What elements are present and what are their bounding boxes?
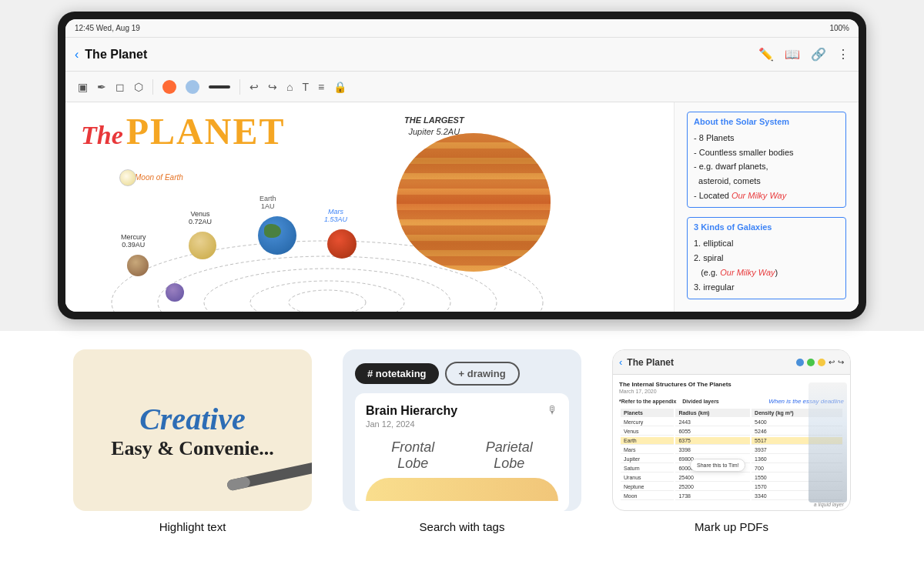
mercury-label: Mercury0.39AU: [121, 233, 146, 249]
toolbar-pen-icon[interactable]: ✒: [97, 81, 106, 93]
toolbar-lock-icon[interactable]: 🔒: [333, 81, 346, 93]
galaxies-box-list: 1. elliptical 2. spiral (e.g. Our Milky …: [694, 236, 839, 294]
color-blue-dot[interactable]: [186, 80, 199, 94]
notes-sidebar: About the Solar System - 8 Planets - Cou…: [674, 102, 859, 312]
toolbar-text-icon[interactable]: T: [302, 81, 309, 93]
solar-system-box: About the Solar System - 8 Planets - Cou…: [687, 112, 846, 208]
easy-text: Easy & Convenie...: [111, 437, 274, 460]
note-preview-content: FrontalLobe ParietalLobe: [366, 439, 558, 472]
page-title: The Planet: [85, 48, 752, 62]
galaxies-box-title: 3 Kinds of Galaxies: [694, 222, 839, 232]
toolbar-undo-icon[interactable]: ↩: [249, 81, 259, 93]
markup-app-title: The Planet: [627, 357, 674, 368]
tablet-section: 12:45 Wed, Aug 19 100% ‹ The Planet ✏️ 📖…: [0, 0, 924, 331]
venus-area: Venus0.72AU: [189, 232, 216, 259]
mars-label: Mars1.53AU: [324, 208, 347, 223]
creative-text-container: Creative Easy & Convenie...: [111, 401, 274, 460]
earth-label: Earth1AU: [259, 195, 276, 210]
earth-area: Earth1AU: [258, 216, 296, 255]
search-tags-label: Search with tags: [420, 520, 505, 533]
app-bar: ‹ The Planet ✏️ 📖 🔗 ⋮: [65, 38, 859, 72]
markup-content: The Internal Structures Of The Planets M…: [613, 375, 850, 510]
solar-box-title: About the Solar System: [694, 117, 839, 126]
creative-text: Creative: [111, 401, 274, 437]
toolbar-align-icon[interactable]: ≡: [318, 81, 324, 93]
jupiter-planet: [397, 133, 551, 272]
venus-planet: [189, 232, 216, 259]
frontal-lobe: FrontalLobe: [391, 439, 434, 472]
svg-point-3: [250, 281, 404, 312]
highlight-text-label: Highlight text: [159, 520, 226, 533]
toolbar-erase-icon[interactable]: ◻: [116, 81, 125, 93]
title-planet: PLANET: [126, 110, 286, 152]
color-orange-dot[interactable]: [162, 80, 176, 94]
earth-planet: [258, 216, 296, 255]
moon-circle: [119, 169, 136, 186]
more-icon[interactable]: ⋮: [837, 47, 849, 62]
toolbar-home-icon[interactable]: ⌂: [286, 81, 293, 93]
liquid-note: a liquid layer: [814, 502, 844, 507]
toolbar-divider: [152, 79, 153, 95]
mic-icon[interactable]: 🎙: [547, 404, 558, 416]
tablet-screen: 12:45 Wed, Aug 19 100% ‹ The Planet ✏️ 📖…: [65, 19, 859, 312]
tag-row: # notetaking + drawing: [355, 362, 569, 386]
status-battery: 100%: [829, 24, 849, 32]
feature-highlight-text: Creative Easy & Convenie... Highlight te…: [73, 349, 312, 533]
canvas-area: The PLANET THE LARGEST Jupiter 5.2AU The…: [65, 102, 859, 312]
status-time: 12:45 Wed, Aug 19: [75, 24, 140, 32]
markup-thumbnail: ‹ The Planet ↩ ↪ The Internal Structures…: [612, 349, 851, 511]
markup-app-bar: ‹ The Planet ↩ ↪: [613, 350, 850, 375]
refer-text: *Refer to the appendix: [619, 399, 676, 404]
galaxies-box: 3 Kinds of Galaxies 1. elliptical 2. spi…: [687, 217, 846, 299]
feature-search-tags: # notetaking + drawing Brain Hierarchy J…: [343, 349, 581, 533]
note-date: Jan 12, 2024: [366, 419, 457, 429]
bottom-section: Creative Easy & Convenie... Highlight te…: [0, 331, 924, 561]
highlight-thumbnail: Creative Easy & Convenie...: [73, 349, 312, 511]
parietal-lobe: ParietalLobe: [486, 439, 533, 472]
mercury-area: Mercury0.39AU: [127, 255, 149, 276]
share-bubble: Share this to Tim!: [690, 459, 745, 472]
small-planet-area: [166, 283, 184, 302]
mars-area: Mars1.53AU: [327, 229, 357, 259]
mars-planet: [327, 229, 357, 259]
toolbar-note-icon[interactable]: ▣: [78, 81, 88, 93]
divided-text: Divided layers: [682, 399, 718, 404]
title-the: The: [81, 121, 123, 150]
toolbar-divider2: [239, 79, 240, 95]
toolbar: ▣ ✒ ◻ ⬡ ↩ ↪ ⌂ T ≡ 🔒: [65, 72, 859, 102]
svg-point-4: [289, 290, 366, 312]
small-planet: [166, 283, 184, 302]
tablet-frame: 12:45 Wed, Aug 19 100% ‹ The Planet ✏️ 📖…: [58, 12, 866, 319]
note-preview: Brain Hierarchy Jan 12, 2024 🎙 FrontalLo…: [355, 393, 569, 511]
feature-markup-pdfs: ‹ The Planet ↩ ↪ The Internal Structures…: [612, 349, 851, 533]
link-icon[interactable]: 🔗: [811, 47, 826, 62]
color-black-dot[interactable]: [209, 85, 230, 88]
brain-illustration: [366, 478, 558, 501]
book-icon[interactable]: 📖: [785, 47, 800, 62]
mercury-planet: [127, 255, 149, 276]
notetaking-tag[interactable]: # notetaking: [355, 363, 439, 384]
stylus-svg: [217, 454, 312, 506]
toolbar-redo-icon[interactable]: ↪: [268, 81, 277, 93]
edit-icon[interactable]: ✏️: [758, 47, 774, 62]
structure-visual: [808, 382, 847, 503]
solar-box-list: - 8 Planets - Countless smaller bodies -…: [694, 131, 839, 202]
note-title: Brain Hierarchy: [366, 404, 457, 418]
moon-label-area: The Moon of Earth: [119, 173, 183, 182]
markup-pdfs-label: Mark up PDFs: [695, 520, 768, 533]
search-thumbnail: # notetaking + drawing Brain Hierarchy J…: [343, 349, 581, 511]
drawing-tag[interactable]: + drawing: [445, 362, 520, 386]
svg-rect-6: [226, 476, 251, 491]
app-bar-icons: ✏️ 📖 🔗 ⋮: [758, 47, 849, 62]
back-button[interactable]: ‹: [75, 48, 79, 62]
planet-illustration: The PLANET THE LARGEST Jupiter 5.2AU The…: [65, 102, 674, 312]
venus-label: Venus0.72AU: [189, 210, 212, 225]
toolbar-shape-icon[interactable]: ⬡: [134, 81, 143, 93]
svg-point-2: [204, 269, 450, 312]
status-bar: 12:45 Wed, Aug 19 100%: [65, 19, 859, 38]
